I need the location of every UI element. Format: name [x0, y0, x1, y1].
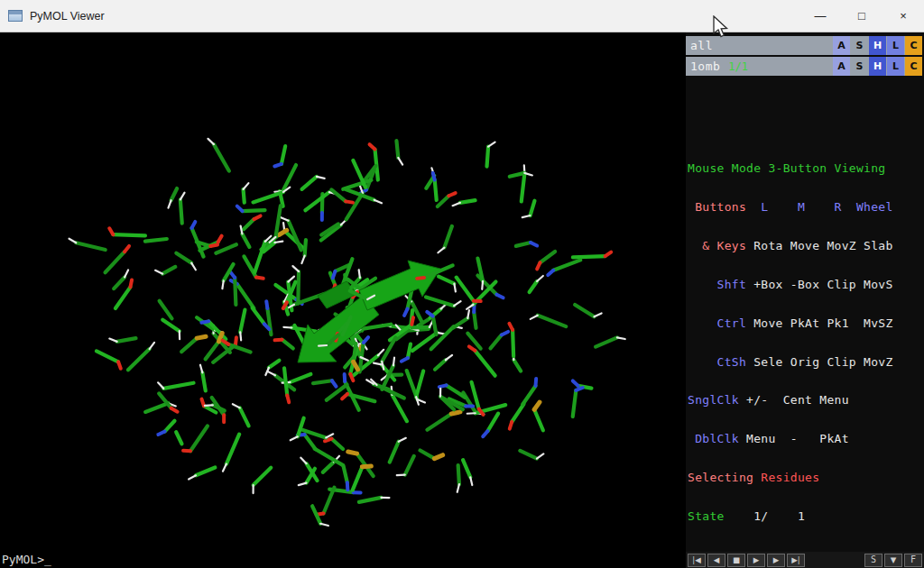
buttons-columns: L M R Wheel: [746, 200, 893, 214]
shift-line: Shft +Box -Box Clip MovS: [688, 279, 924, 291]
label-menu-button[interactable]: L: [887, 36, 904, 55]
3d-viewport[interactable]: [0, 32, 686, 552]
object-action-buttons: A S H L C: [832, 57, 922, 76]
color-menu-button[interactable]: C: [905, 36, 922, 55]
ctrl-actions: Move PkAt Pk1 MvSZ: [746, 316, 893, 330]
window-controls: — □ ×: [799, 0, 924, 32]
fullscreen-toggle-button[interactable]: F: [904, 554, 922, 567]
selecting-mode-value: Residues: [761, 471, 819, 484]
keys-actions: Rota Move MovZ Slab: [746, 239, 893, 252]
object-panel: all A S H L C 1omb 1/1 A S H L C Mouse M…: [686, 32, 924, 552]
ctsh-line: CtSh Sele Orig Clip MovZ: [688, 356, 924, 369]
singleclick-label: SnglClk: [688, 393, 739, 407]
object-action-buttons: A S H L C: [832, 36, 922, 55]
mouse-mode-value: 3-Button Viewing: [761, 161, 885, 175]
object-row-1omb[interactable]: 1omb 1/1 A S H L C: [686, 57, 922, 76]
app-icon: [8, 10, 23, 22]
close-button[interactable]: ×: [882, 0, 924, 32]
shift-label: Shft: [688, 278, 746, 291]
label-menu-button[interactable]: L: [887, 57, 904, 76]
minimize-button[interactable]: —: [799, 0, 841, 32]
play-button[interactable]: ▶: [747, 554, 765, 567]
mouse-mode-panel: Mouse Mode 3-Button Viewing Buttons L M …: [688, 137, 924, 550]
singleclick-actions: +/- Cent Menu: [739, 393, 849, 407]
keys-line: & Keys Rota Move MovZ Slab: [688, 240, 924, 252]
selecting-label: Selecting: [688, 471, 761, 484]
state-line: State 1/ 1: [688, 510, 924, 523]
maximize-button[interactable]: □: [841, 0, 882, 32]
ctsh-label: CtSh: [688, 355, 746, 369]
object-name[interactable]: all: [686, 39, 713, 52]
window-title: PyMOL Viewer: [30, 10, 105, 23]
mouse-mode-label: Mouse Mode: [688, 161, 761, 175]
action-menu-button[interactable]: A: [833, 57, 850, 76]
step-forward-button[interactable]: ▶: [767, 554, 785, 567]
command-cursor: _: [44, 553, 51, 566]
command-prompt: PyMOL>: [2, 553, 44, 566]
movie-control-bar: |◀ ◀ ■ ▶ ▶ ▶| S ▼ F: [686, 552, 924, 568]
action-menu-button[interactable]: A: [833, 36, 850, 55]
ctrl-line: Ctrl Move PkAt Pk1 MvSZ: [688, 317, 924, 330]
hide-menu-button[interactable]: H: [869, 57, 886, 76]
go-to-end-button[interactable]: ▶|: [787, 554, 805, 567]
object-state: 1/1: [728, 60, 748, 73]
shift-actions: +Box -Box Clip MovS: [746, 278, 893, 291]
show-menu-button[interactable]: S: [851, 57, 868, 76]
doubleclick-line: DblClk Menu - PkAt: [688, 433, 924, 445]
stop-button[interactable]: ■: [727, 554, 745, 567]
step-back-button[interactable]: ◀: [707, 554, 725, 567]
state-label: State: [688, 509, 732, 523]
buttons-header-line: Buttons L M R Wheel: [688, 201, 924, 214]
command-line[interactable]: PyMOL>_: [0, 552, 686, 568]
ctrl-label: Ctrl: [688, 316, 746, 330]
singleclick-line: SnglClk +/- Cent Menu: [688, 394, 924, 407]
state-value: 1/ 1: [732, 509, 805, 523]
go-to-start-button[interactable]: |◀: [688, 554, 706, 567]
object-name[interactable]: 1omb: [686, 60, 720, 73]
molecule-render: [0, 32, 686, 552]
buttons-label: Buttons: [688, 200, 746, 214]
hide-menu-button[interactable]: H: [869, 36, 886, 55]
scene-toggle-button[interactable]: S: [864, 554, 882, 567]
color-menu-button[interactable]: C: [905, 57, 922, 76]
title-bar[interactable]: PyMOL Viewer — □ ×: [0, 0, 924, 32]
dropdown-button[interactable]: ▼: [884, 554, 902, 567]
object-row-all[interactable]: all A S H L C: [686, 36, 922, 55]
keys-label: & Keys: [688, 239, 746, 252]
selecting-line[interactable]: Selecting Residues: [688, 472, 924, 484]
pymol-window: { "window": { "title": "PyMOL Viewer", "…: [0, 0, 924, 568]
ctsh-actions: Sele Orig Clip MovZ: [746, 355, 893, 369]
doubleclick-actions: Menu - PkAt: [739, 432, 849, 445]
object-list: all A S H L C 1omb 1/1 A S H L C: [686, 32, 924, 76]
mouse-mode-line[interactable]: Mouse Mode 3-Button Viewing: [688, 162, 924, 175]
show-menu-button[interactable]: S: [851, 36, 868, 55]
doubleclick-label: DblClk: [688, 432, 739, 445]
